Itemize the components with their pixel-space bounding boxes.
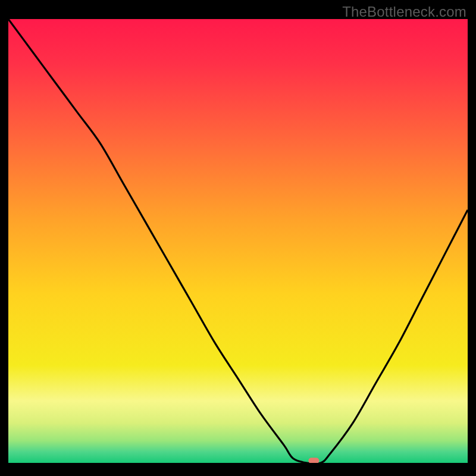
chart-frame: TheBottleneck.com bbox=[0, 0, 476, 476]
chart-background bbox=[8, 19, 468, 463]
plot-area bbox=[8, 19, 468, 463]
watermark-text: TheBottleneck.com bbox=[342, 4, 466, 20]
marker-dot bbox=[308, 458, 319, 463]
chart-svg bbox=[8, 19, 468, 463]
